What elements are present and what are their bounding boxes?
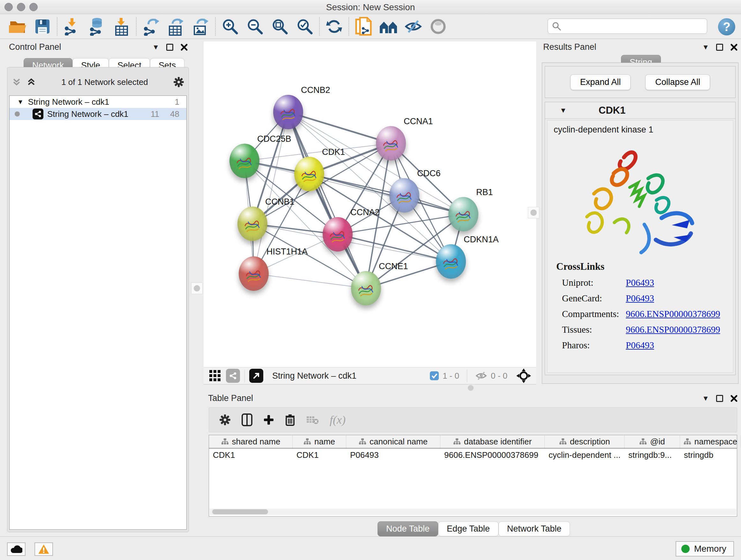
network-collection-row[interactable]: ▼ String Network – cdk1 1 <box>10 96 186 108</box>
crosslink-label: Compartments: <box>562 309 626 319</box>
delete-column-icon[interactable] <box>285 414 295 426</box>
network-row-label: String Network – cdk1 <box>47 109 128 119</box>
import-network-database-button[interactable] <box>84 16 109 37</box>
grid-view-icon[interactable] <box>209 369 221 382</box>
column-header-shared-name[interactable]: shared name <box>209 435 293 448</box>
collapse-all-button[interactable]: Collapse All <box>645 74 710 90</box>
zoom-in-button[interactable] <box>218 16 243 37</box>
open-session-button[interactable] <box>5 16 30 37</box>
network-node-cdkn1a[interactable] <box>436 244 466 279</box>
zoom-fit-button[interactable] <box>267 16 292 37</box>
horizontal-splitter-handle[interactable] <box>468 385 474 391</box>
collection-expand-icon[interactable]: ▼ <box>17 98 23 106</box>
network-node-ccna1[interactable] <box>376 126 406 161</box>
expand-all-icon[interactable] <box>26 77 36 87</box>
crosshair-icon[interactable] <box>516 368 531 383</box>
network-canvas[interactable]: CCNB2CCNA1CDC25BCDK1CDC6RB1CCNB1CCNA2CDK… <box>204 42 536 367</box>
crosslink-link[interactable]: P06493 <box>626 293 654 304</box>
horizontal-scrollbar[interactable] <box>210 509 736 515</box>
export-table-button[interactable] <box>163 16 188 37</box>
node-label-ccnb1: CCNB1 <box>265 197 294 207</box>
crosslink-link[interactable]: P06493 <box>626 277 654 288</box>
panel-menu-icon[interactable]: ▼ <box>702 43 709 51</box>
network-row[interactable]: String Network – cdk1 11 48 <box>10 108 186 120</box>
close-panel-icon[interactable] <box>180 44 188 51</box>
collapse-all-icon[interactable] <box>12 77 21 87</box>
export-image-button[interactable] <box>188 16 213 37</box>
zoom-out-icon <box>246 18 264 35</box>
column-header-database-identifier[interactable]: database identifier <box>441 435 545 448</box>
hide-graphics-details-button[interactable] <box>401 16 426 37</box>
save-session-button[interactable] <box>30 16 55 37</box>
zoom-selected-button[interactable] <box>292 16 317 37</box>
show-graphics-details-button[interactable] <box>426 16 451 37</box>
collection-label: String Network – cdk1 <box>28 97 109 107</box>
crosslinks-section: CrossLinks Uniprot:P06493GeneCard:P06493… <box>556 261 730 351</box>
clone-network-button[interactable] <box>351 16 376 37</box>
tab-network-table[interactable]: Network Table <box>498 521 570 537</box>
tab-node-table[interactable]: Node Table <box>378 521 438 537</box>
network-edge[interactable] <box>288 112 366 288</box>
network-node-cdk1[interactable] <box>294 157 324 191</box>
search-input[interactable] <box>561 21 707 31</box>
network-edge[interactable] <box>338 234 451 261</box>
column-header-canonical-name[interactable]: canonical name <box>346 435 441 448</box>
import-table-file-button[interactable] <box>109 16 134 37</box>
close-panel-icon[interactable] <box>730 395 738 402</box>
network-node-ccna2[interactable] <box>323 217 353 252</box>
selected-checkbox-icon[interactable] <box>429 371 440 381</box>
network-node-hist1h1a[interactable] <box>239 256 269 291</box>
network-node-cdc25b[interactable] <box>229 144 259 178</box>
panel-menu-icon[interactable]: ▼ <box>702 394 709 402</box>
detach-view-icon[interactable] <box>249 369 263 383</box>
float-panel-icon[interactable] <box>716 44 723 51</box>
zoom-out-button[interactable] <box>243 16 267 37</box>
birds-eye-button[interactable] <box>376 16 401 37</box>
add-column-icon[interactable] <box>263 415 274 425</box>
table-settings-gear-icon[interactable] <box>219 414 231 426</box>
export-network-button[interactable] <box>138 16 163 37</box>
search-field[interactable] <box>548 18 707 34</box>
memory-button[interactable]: Memory <box>676 541 734 557</box>
import-network-file-button[interactable] <box>59 16 84 37</box>
show-columns-icon[interactable] <box>242 414 253 426</box>
crosslink-link[interactable]: 9606.ENSP00000378699 <box>626 324 720 335</box>
tab-edge-table[interactable]: Edge Table <box>438 521 498 537</box>
table-row[interactable]: CDK1CDK1P064939606.ENSP00000378699cyclin… <box>209 449 737 461</box>
network-edge[interactable] <box>254 273 366 288</box>
gene-description: cyclin-dependent kinase 1 <box>554 125 733 135</box>
hidden-eye-icon[interactable] <box>475 370 488 381</box>
crosslink-link[interactable]: 9606.ENSP00000378699 <box>626 309 720 319</box>
selected-counts: 1 - 0 <box>443 371 459 381</box>
float-panel-icon[interactable] <box>716 395 723 402</box>
gear-icon[interactable] <box>173 77 184 87</box>
left-splitter-handle[interactable] <box>191 283 203 294</box>
network-node-rb1[interactable] <box>448 197 478 232</box>
crosslink-link[interactable]: P06493 <box>626 340 654 351</box>
close-panel-icon[interactable] <box>730 44 738 51</box>
help-button[interactable]: ? <box>718 18 735 36</box>
apply-layout-button[interactable] <box>322 16 347 37</box>
float-panel-icon[interactable] <box>166 44 173 51</box>
warning-button[interactable] <box>35 543 53 556</box>
expand-all-button[interactable]: Expand All <box>570 74 631 90</box>
database-import-icon <box>87 17 106 36</box>
crosslink-label: Pharos: <box>562 340 626 351</box>
network-node-cdc6[interactable] <box>389 178 419 212</box>
column-header-namespace[interactable]: namespace <box>680 435 741 448</box>
column-header-id[interactable]: @id <box>624 435 680 448</box>
network-edge[interactable] <box>309 174 463 214</box>
right-splitter-handle[interactable] <box>528 207 539 219</box>
table-cell: cyclin-dependent ... <box>545 449 624 461</box>
network-node-ccnb1[interactable] <box>238 206 267 241</box>
column-header-description[interactable]: description <box>545 435 624 448</box>
cloud-button[interactable] <box>7 543 25 556</box>
scrollbar-thumb[interactable] <box>212 509 268 514</box>
network-share-view-icon[interactable] <box>226 369 240 383</box>
network-node-ccne1[interactable] <box>351 271 381 306</box>
gene-collapse-icon[interactable]: ▼ <box>560 106 567 115</box>
network-node-ccnb2[interactable] <box>273 95 303 129</box>
panel-menu-icon[interactable]: ▼ <box>152 43 159 51</box>
network-edge[interactable] <box>288 112 391 143</box>
column-header-name[interactable]: name <box>293 435 346 448</box>
